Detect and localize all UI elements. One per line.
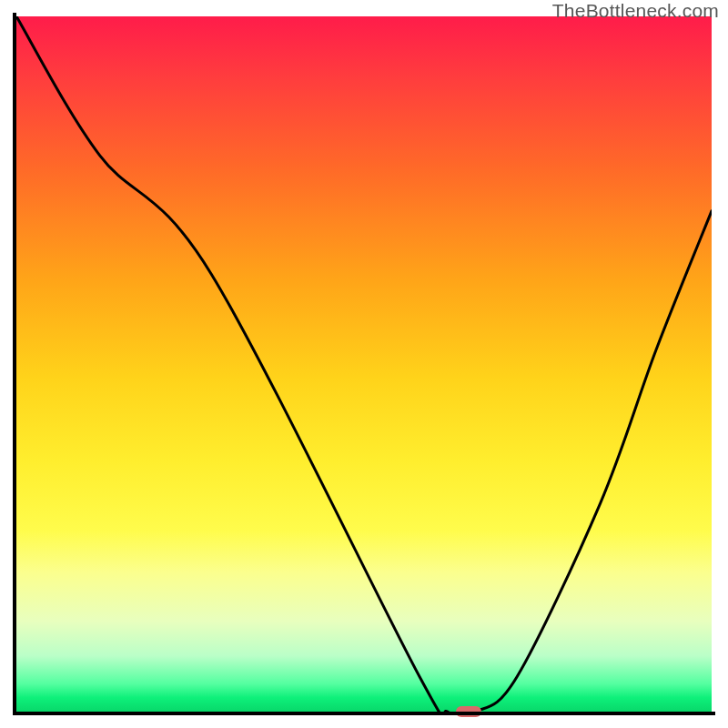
y-axis: [13, 13, 16, 715]
watermark-text: TheBottleneck.com: [552, 0, 719, 22]
bottleneck-curve: [16, 16, 712, 712]
chart-container: TheBottleneck.com: [0, 0, 728, 728]
x-axis: [13, 712, 715, 715]
